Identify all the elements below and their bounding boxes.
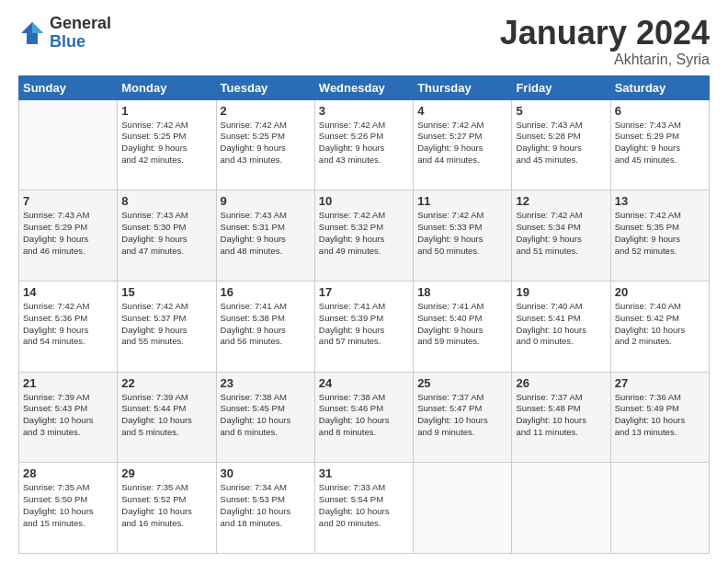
- day-info: Sunrise: 7:42 AMSunset: 5:32 PMDaylight:…: [319, 210, 409, 257]
- day-info: Sunrise: 7:42 AMSunset: 5:36 PMDaylight:…: [23, 301, 113, 348]
- day-number: 26: [516, 376, 606, 390]
- day-info: Sunrise: 7:41 AMSunset: 5:38 PMDaylight:…: [221, 301, 311, 348]
- day-number: 30: [221, 466, 311, 480]
- day-number: 17: [319, 285, 409, 299]
- day-info: Sunrise: 7:42 AMSunset: 5:35 PMDaylight:…: [615, 210, 705, 257]
- logo-icon: [18, 19, 46, 47]
- header: General Blue January 2024 Akhtarin, Syri…: [18, 15, 710, 68]
- calendar-cell: 13Sunrise: 7:42 AMSunset: 5:35 PMDayligh…: [610, 190, 709, 282]
- title-block: January 2024 Akhtarin, Syria: [500, 15, 710, 68]
- day-info: Sunrise: 7:42 AMSunset: 5:26 PMDaylight:…: [319, 120, 409, 167]
- day-number: 27: [615, 376, 705, 390]
- day-number: 14: [23, 285, 113, 299]
- calendar-cell: 30Sunrise: 7:34 AMSunset: 5:53 PMDayligh…: [216, 463, 314, 554]
- day-number: 16: [221, 285, 311, 299]
- calendar-table: SundayMondayTuesdayWednesdayThursdayFrid…: [18, 75, 710, 554]
- day-info: Sunrise: 7:38 AMSunset: 5:45 PMDaylight:…: [221, 392, 311, 439]
- logo-blue: Blue: [50, 33, 111, 52]
- logo-general: General: [50, 15, 111, 33]
- day-number: 11: [417, 194, 507, 208]
- calendar-cell: [512, 463, 610, 554]
- calendar-week-row: 7Sunrise: 7:43 AMSunset: 5:29 PMDaylight…: [19, 190, 710, 282]
- day-number: 1: [121, 104, 211, 118]
- calendar-cell: [610, 463, 709, 554]
- calendar-header-row: SundayMondayTuesdayWednesdayThursdayFrid…: [19, 75, 710, 99]
- day-info: Sunrise: 7:42 AMSunset: 5:34 PMDaylight:…: [516, 210, 606, 257]
- calendar-week-row: 14Sunrise: 7:42 AMSunset: 5:36 PMDayligh…: [19, 281, 710, 372]
- day-number: 22: [121, 376, 211, 390]
- calendar-header-tuesday: Tuesday: [216, 75, 314, 99]
- day-info: Sunrise: 7:39 AMSunset: 5:43 PMDaylight:…: [23, 392, 113, 439]
- calendar-cell: 16Sunrise: 7:41 AMSunset: 5:38 PMDayligh…: [216, 281, 314, 372]
- day-info: Sunrise: 7:38 AMSunset: 5:46 PMDaylight:…: [319, 392, 409, 439]
- logo: General Blue: [18, 15, 111, 52]
- calendar-cell: 22Sunrise: 7:39 AMSunset: 5:44 PMDayligh…: [118, 372, 216, 463]
- calendar-cell: 15Sunrise: 7:42 AMSunset: 5:37 PMDayligh…: [118, 281, 216, 372]
- calendar-cell: 6Sunrise: 7:43 AMSunset: 5:29 PMDaylight…: [610, 99, 709, 190]
- calendar-header-monday: Monday: [118, 75, 216, 99]
- calendar-cell: 12Sunrise: 7:42 AMSunset: 5:34 PMDayligh…: [512, 190, 610, 282]
- calendar-cell: 17Sunrise: 7:41 AMSunset: 5:39 PMDayligh…: [314, 281, 413, 372]
- calendar-cell: 28Sunrise: 7:35 AMSunset: 5:50 PMDayligh…: [19, 463, 118, 554]
- calendar-header-thursday: Thursday: [414, 75, 512, 99]
- calendar-week-row: 21Sunrise: 7:39 AMSunset: 5:43 PMDayligh…: [19, 372, 710, 463]
- day-number: 4: [417, 104, 507, 118]
- day-number: 6: [615, 104, 705, 118]
- svg-marker-1: [32, 22, 43, 33]
- day-number: 9: [221, 194, 311, 208]
- day-number: 18: [417, 285, 507, 299]
- day-info: Sunrise: 7:33 AMSunset: 5:54 PMDaylight:…: [319, 482, 409, 529]
- calendar-header-wednesday: Wednesday: [314, 75, 413, 99]
- calendar-header-saturday: Saturday: [610, 75, 709, 99]
- day-info: Sunrise: 7:43 AMSunset: 5:29 PMDaylight:…: [23, 210, 113, 257]
- day-number: 31: [319, 466, 409, 480]
- day-number: 15: [121, 285, 211, 299]
- day-number: 25: [417, 376, 507, 390]
- day-info: Sunrise: 7:36 AMSunset: 5:49 PMDaylight:…: [615, 392, 705, 439]
- day-info: Sunrise: 7:43 AMSunset: 5:30 PMDaylight:…: [121, 210, 211, 257]
- calendar-week-row: 1Sunrise: 7:42 AMSunset: 5:25 PMDaylight…: [19, 99, 710, 190]
- day-number: 29: [121, 466, 211, 480]
- day-info: Sunrise: 7:40 AMSunset: 5:42 PMDaylight:…: [615, 301, 705, 348]
- calendar-cell: 8Sunrise: 7:43 AMSunset: 5:30 PMDaylight…: [118, 190, 216, 282]
- calendar-cell: 14Sunrise: 7:42 AMSunset: 5:36 PMDayligh…: [19, 281, 118, 372]
- title-location: Akhtarin, Syria: [500, 52, 710, 68]
- day-number: 7: [23, 194, 113, 208]
- day-number: 20: [615, 285, 705, 299]
- calendar-cell: [19, 99, 118, 190]
- day-number: 8: [121, 194, 211, 208]
- calendar-cell: 19Sunrise: 7:40 AMSunset: 5:41 PMDayligh…: [512, 281, 610, 372]
- day-info: Sunrise: 7:35 AMSunset: 5:52 PMDaylight:…: [121, 482, 211, 529]
- day-info: Sunrise: 7:35 AMSunset: 5:50 PMDaylight:…: [23, 482, 113, 529]
- day-info: Sunrise: 7:41 AMSunset: 5:40 PMDaylight:…: [417, 301, 507, 348]
- calendar-cell: 4Sunrise: 7:42 AMSunset: 5:27 PMDaylight…: [414, 99, 512, 190]
- calendar-cell: 23Sunrise: 7:38 AMSunset: 5:45 PMDayligh…: [216, 372, 314, 463]
- calendar-cell: 27Sunrise: 7:36 AMSunset: 5:49 PMDayligh…: [610, 372, 709, 463]
- day-number: 10: [319, 194, 409, 208]
- day-number: 23: [221, 376, 311, 390]
- day-info: Sunrise: 7:42 AMSunset: 5:25 PMDaylight:…: [121, 120, 211, 167]
- calendar-cell: 9Sunrise: 7:43 AMSunset: 5:31 PMDaylight…: [216, 190, 314, 282]
- page: General Blue January 2024 Akhtarin, Syri…: [0, 0, 728, 563]
- calendar-cell: 20Sunrise: 7:40 AMSunset: 5:42 PMDayligh…: [610, 281, 709, 372]
- day-number: 3: [319, 104, 409, 118]
- calendar-cell: 21Sunrise: 7:39 AMSunset: 5:43 PMDayligh…: [19, 372, 118, 463]
- day-number: 24: [319, 376, 409, 390]
- day-info: Sunrise: 7:43 AMSunset: 5:29 PMDaylight:…: [615, 120, 705, 167]
- day-info: Sunrise: 7:39 AMSunset: 5:44 PMDaylight:…: [121, 392, 211, 439]
- calendar-cell: 3Sunrise: 7:42 AMSunset: 5:26 PMDaylight…: [314, 99, 413, 190]
- calendar-cell: 18Sunrise: 7:41 AMSunset: 5:40 PMDayligh…: [414, 281, 512, 372]
- day-number: 5: [516, 104, 606, 118]
- calendar-cell: 11Sunrise: 7:42 AMSunset: 5:33 PMDayligh…: [414, 190, 512, 282]
- day-info: Sunrise: 7:34 AMSunset: 5:53 PMDaylight:…: [221, 482, 311, 529]
- title-month: January 2024: [500, 15, 710, 52]
- calendar-cell: 7Sunrise: 7:43 AMSunset: 5:29 PMDaylight…: [19, 190, 118, 282]
- calendar-header-sunday: Sunday: [19, 75, 118, 99]
- day-number: 21: [23, 376, 113, 390]
- calendar-cell: 5Sunrise: 7:43 AMSunset: 5:28 PMDaylight…: [512, 99, 610, 190]
- calendar-cell: 2Sunrise: 7:42 AMSunset: 5:25 PMDaylight…: [216, 99, 314, 190]
- logo-text: General Blue: [50, 15, 111, 52]
- calendar-cell: 26Sunrise: 7:37 AMSunset: 5:48 PMDayligh…: [512, 372, 610, 463]
- day-info: Sunrise: 7:42 AMSunset: 5:37 PMDaylight:…: [121, 301, 211, 348]
- day-info: Sunrise: 7:43 AMSunset: 5:31 PMDaylight:…: [221, 210, 311, 257]
